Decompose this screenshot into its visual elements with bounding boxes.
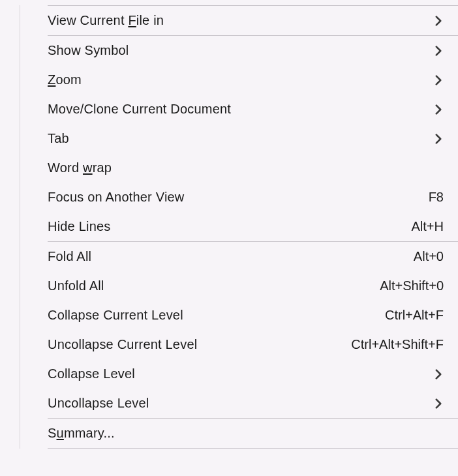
menu-item-label: Word wrap (48, 160, 112, 175)
menu-item-label: Show Symbol (48, 43, 129, 58)
menu-item-shortcut: Alt+0 (414, 249, 444, 264)
menu-item-shortcut: Ctrl+Alt+Shift+F (351, 337, 444, 352)
menu-item-shortcut: Alt+Shift+0 (380, 278, 444, 293)
menu-item-collapse-level[interactable]: Collapse Level (20, 359, 458, 389)
menu-item-label: View Current File in (48, 13, 164, 28)
menu-item-hide-lines[interactable]: Hide LinesAlt+H (20, 212, 458, 241)
menu-item-shortcut: Ctrl+Alt+F (385, 308, 444, 323)
menu-item-label: Zoom (48, 72, 82, 87)
menu-item-focus-on-another-view[interactable]: Focus on Another ViewF8 (20, 183, 458, 212)
menu-item-label: Hide Lines (48, 219, 111, 234)
menu-item-label: Collapse Current Level (48, 308, 183, 323)
menu-item-label: Fold All (48, 249, 91, 264)
menu-item-label: Summary... (48, 426, 115, 441)
menu-item-shortcut: F8 (429, 190, 444, 205)
menu-item-label: Focus on Another View (48, 190, 185, 205)
chevron-right-icon (433, 134, 444, 144)
chevron-right-icon (433, 369, 444, 379)
menu-item-uncollapse-level[interactable]: Uncollapse Level (20, 389, 458, 418)
menu-item-shortcut: Alt+H (412, 219, 444, 234)
menu-item-view-current-file-in[interactable]: View Current File in (20, 6, 458, 35)
menu-item-zoom[interactable]: Zoom (20, 65, 458, 95)
menu-item-collapse-current-level[interactable]: Collapse Current LevelCtrl+Alt+F (20, 301, 458, 330)
menu-item-unfold-all[interactable]: Unfold AllAlt+Shift+0 (20, 271, 458, 301)
chevron-right-icon (433, 398, 444, 409)
menu-item-move-clone-current-document[interactable]: Move/Clone Current Document (20, 95, 458, 124)
menu-item-uncollapse-current-level[interactable]: Uncollapse Current LevelCtrl+Alt+Shift+F (20, 330, 458, 359)
context-menu: View Current File inShow SymbolZoomMove/… (20, 5, 458, 449)
menu-item-label: Uncollapse Level (48, 396, 149, 411)
menu-item-label: Tab (48, 131, 69, 146)
menu-item-label: Collapse Level (48, 366, 135, 381)
chevron-right-icon (433, 46, 444, 56)
menu-item-label: Unfold All (48, 278, 104, 293)
menu-item-show-symbol[interactable]: Show Symbol (20, 36, 458, 65)
separator (48, 448, 458, 449)
menu-item-fold-all[interactable]: Fold AllAlt+0 (20, 242, 458, 271)
chevron-right-icon (433, 75, 444, 85)
menu-item-label: Uncollapse Current Level (48, 337, 197, 352)
menu-item-label: Move/Clone Current Document (48, 102, 231, 117)
menu-item-tab[interactable]: Tab (20, 124, 458, 153)
menu-item-summary[interactable]: Summary... (20, 419, 458, 448)
chevron-right-icon (433, 16, 444, 26)
chevron-right-icon (433, 104, 444, 115)
menu-item-word-wrap[interactable]: Word wrap (20, 153, 458, 183)
